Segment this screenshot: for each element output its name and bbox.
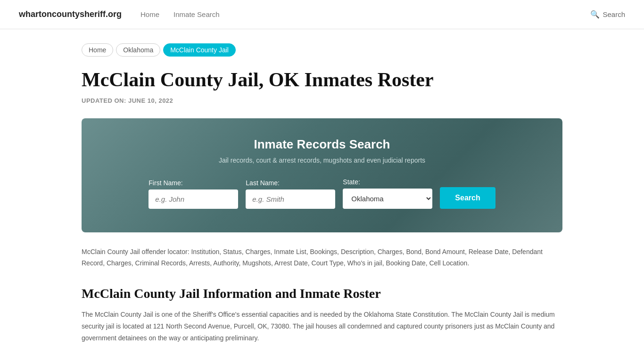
search-button[interactable]: Search (440, 187, 495, 209)
search-icon: 🔍 (590, 10, 600, 19)
last-name-input[interactable] (246, 189, 335, 209)
nav-inmate-search[interactable]: Inmate Search (173, 10, 220, 18)
search-card: Inmate Records Search Jail records, cour… (82, 118, 562, 232)
section-body: The McClain County Jail is one of the Sh… (82, 309, 562, 345)
description-text: McClain County Jail offender locator: In… (82, 247, 562, 269)
state-select[interactable]: Alabama Alaska Arizona Arkansas Californ… (343, 189, 432, 209)
section-title: McClain County Jail Information and Inma… (82, 286, 562, 301)
search-label: Search (603, 10, 625, 18)
first-name-label: First Name: (149, 179, 182, 187)
state-label: State: (343, 178, 360, 186)
search-card-subtitle: Jail records, court & arrest records, mu… (110, 156, 534, 164)
first-name-group: First Name: (149, 179, 238, 209)
main-content: Home Oklahoma McClain County Jail McClai… (63, 29, 581, 362)
breadcrumb-mcclain[interactable]: McClain County Jail (163, 43, 236, 57)
breadcrumb: Home Oklahoma McClain County Jail (82, 43, 562, 57)
navbar-brand[interactable]: whartoncountysheriff.org (19, 9, 122, 19)
breadcrumb-oklahoma[interactable]: Oklahoma (116, 43, 160, 57)
first-name-input[interactable] (149, 189, 238, 209)
navbar-search[interactable]: 🔍 Search (590, 10, 625, 19)
updated-label: UPDATED ON: JUNE 10, 2022 (82, 97, 562, 104)
breadcrumb-home[interactable]: Home (82, 43, 113, 57)
nav-links: Home Inmate Search (140, 10, 571, 18)
nav-home[interactable]: Home (140, 10, 159, 18)
navbar: whartoncountysheriff.org Home Inmate Sea… (0, 0, 644, 29)
search-form: First Name: Last Name: State: Alabama Al… (110, 178, 534, 209)
last-name-group: Last Name: (246, 179, 335, 209)
last-name-label: Last Name: (246, 179, 280, 187)
search-card-title: Inmate Records Search (110, 137, 534, 152)
state-group: State: Alabama Alaska Arizona Arkansas C… (343, 178, 432, 209)
page-title: McClain County Jail, OK Inmates Roster (82, 68, 562, 91)
